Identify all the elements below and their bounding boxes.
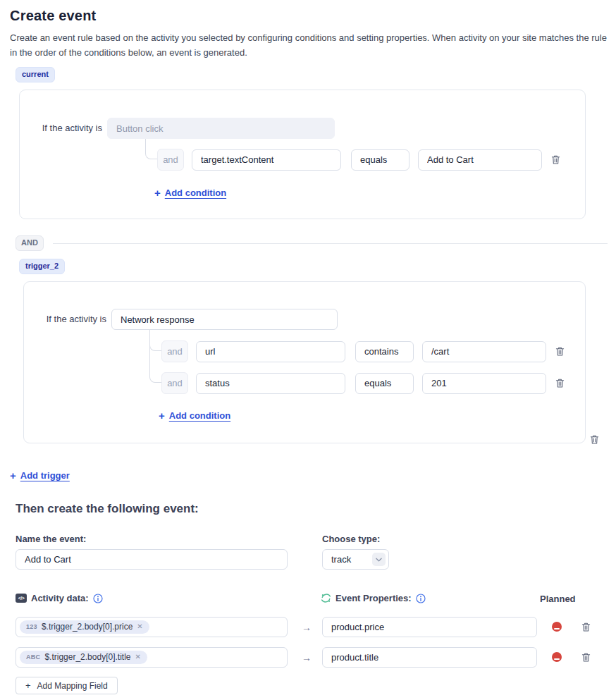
condition-value-input[interactable]: [418, 149, 542, 171]
add-condition-button[interactable]: + Add condition: [159, 410, 230, 422]
event-name-input[interactable]: [16, 549, 288, 570]
activity-type-input[interactable]: [107, 118, 335, 139]
divider-line: [53, 243, 608, 244]
activity-type-input[interactable]: [111, 309, 338, 330]
mapping-source-pill: ABC $.trigger_2.body[0].title ✕: [20, 651, 147, 664]
arrow-right-icon: →: [301, 622, 312, 633]
condition-field-input[interactable]: [196, 373, 345, 394]
delete-trigger-button[interactable]: [589, 434, 599, 445]
delete-condition-button[interactable]: [550, 154, 560, 166]
add-trigger-button[interactable]: + Add trigger: [10, 469, 70, 481]
code-icon: [16, 594, 27, 603]
plus-icon: +: [10, 469, 16, 481]
info-icon[interactable]: [93, 594, 103, 603]
delete-mapping-button[interactable]: [581, 651, 591, 663]
delete-condition-button[interactable]: [555, 346, 565, 357]
mapping-source-input[interactable]: ABC $.trigger_2.body[0].title ✕: [16, 647, 288, 668]
add-condition-button[interactable]: + Add condition: [154, 187, 226, 199]
delete-condition-button[interactable]: [555, 378, 565, 389]
close-icon[interactable]: ✕: [137, 623, 142, 630]
planned-disabled-icon[interactable]: [552, 622, 562, 632]
delete-mapping-button[interactable]: [581, 621, 591, 632]
planned-disabled-icon[interactable]: [552, 652, 562, 662]
planned-column-header: Planned: [540, 594, 576, 604]
close-icon[interactable]: ✕: [135, 653, 140, 661]
arrow-right-icon: →: [301, 652, 312, 663]
type-number-icon: 123: [26, 624, 37, 630]
and-divider-chip: AND: [16, 235, 44, 251]
trash-icon: [581, 652, 591, 663]
and-divider: AND: [16, 235, 608, 251]
condition-row: and contains: [161, 340, 565, 362]
trash-icon: [551, 154, 560, 165]
condition-connector-line: [145, 139, 157, 159]
plus-icon: +: [154, 187, 161, 199]
condition-operator-select[interactable]: equals: [351, 149, 409, 171]
condition-operator-select[interactable]: equals: [355, 373, 414, 394]
event-section-heading: Then create the following event:: [16, 502, 199, 516]
condition-field-input[interactable]: [192, 149, 341, 171]
trash-icon: [555, 346, 565, 357]
event-type-select[interactable]: track: [322, 549, 389, 570]
trigger-card-2: If the activity is and contains and equa…: [23, 281, 586, 443]
page-description: Create an event rule based on the activi…: [10, 31, 608, 60]
mapping-source-input[interactable]: 123 $.trigger_2.body[0].price ✕: [16, 617, 288, 637]
plus-icon: +: [25, 680, 31, 691]
plus-icon: +: [159, 410, 165, 422]
event-type-label: Choose type:: [322, 534, 380, 544]
trigger-badge-current: current: [16, 67, 55, 82]
chevron-down-icon: [372, 553, 386, 566]
segment-icon: [321, 593, 331, 603]
info-icon[interactable]: [416, 594, 426, 603]
activity-data-header: Activity data:: [16, 593, 103, 603]
mapping-target-input[interactable]: [322, 617, 537, 637]
and-connector-chip: and: [161, 372, 188, 394]
trigger-card-1: If the activity is and equals + Add cond…: [19, 90, 586, 219]
condition-field-input[interactable]: [196, 341, 345, 362]
mapping-target-input[interactable]: [322, 647, 537, 668]
mapping-source-pill: 123 $.trigger_2.body[0].price ✕: [20, 620, 149, 634]
trigger-badge-trigger2: trigger_2: [19, 259, 65, 274]
add-mapping-field-button[interactable]: + Add Mapping Field: [16, 677, 118, 694]
condition-value-input[interactable]: [422, 341, 546, 362]
trash-icon: [581, 622, 591, 632]
page-title: Create event: [10, 8, 96, 24]
condition-row: and equals: [157, 149, 560, 171]
condition-operator-select[interactable]: contains: [355, 341, 414, 362]
condition-value-input[interactable]: [422, 373, 546, 394]
condition-row: and equals: [161, 372, 565, 394]
activity-label: If the activity is: [24, 309, 106, 330]
activity-label: If the activity is: [20, 118, 102, 139]
condition-connector-line: [149, 330, 161, 383]
event-properties-header: Event Properties:: [321, 593, 426, 603]
trash-icon: [590, 434, 599, 445]
and-connector-chip: and: [161, 340, 188, 362]
and-connector-chip: and: [157, 149, 184, 171]
type-string-icon: ABC: [26, 654, 40, 661]
event-name-label: Name the event:: [16, 534, 86, 544]
trash-icon: [555, 378, 565, 388]
